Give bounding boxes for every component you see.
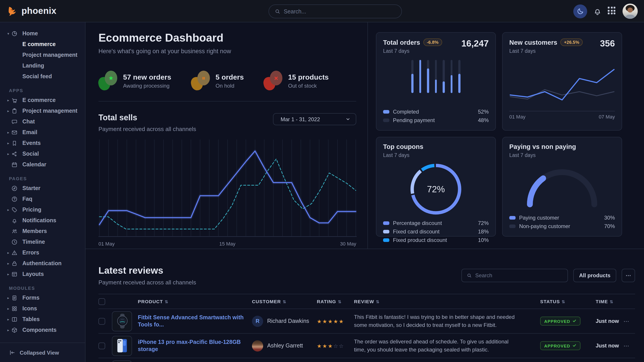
sidebar-item-errors[interactable]: ▸Errors [0, 247, 85, 258]
caret-icon: ▸ [5, 141, 11, 145]
column-header-review[interactable]: REVIEW⇅ [354, 299, 528, 304]
bar-track [427, 60, 429, 93]
caret-icon: ▸ [5, 109, 11, 113]
sidebar-item-project-management[interactable]: ▸Project management [0, 105, 85, 116]
reviews-subtitle: Payment received across all channels [98, 279, 196, 286]
sidebar-item-calendar[interactable]: Calendar [0, 159, 85, 170]
sidebar-item-members[interactable]: Members [0, 226, 85, 237]
column-header-time[interactable]: TIME⇅ [579, 299, 624, 304]
card-value: 356 [600, 38, 615, 49]
sidebar-item-home[interactable]: ▾Home [0, 28, 85, 39]
sidebar-item-tables[interactable]: ▸Tables [0, 314, 85, 325]
customers-axis-line [509, 111, 615, 111]
sidebar-item-starter[interactable]: Starter [0, 183, 85, 194]
card-title: Top coupons [383, 143, 423, 150]
sidebar-item-pricing[interactable]: ▸Pricing [0, 204, 85, 215]
select-all-checkbox[interactable] [98, 298, 105, 305]
sidebar-item-label: E commerce [22, 97, 56, 103]
notifications-button[interactable] [593, 7, 602, 16]
date-range-select[interactable]: Mar 1 - 31, 2022 [273, 113, 356, 125]
total-sells-chart: 01 May15 May30 May [98, 139, 356, 246]
apps-grid-button[interactable] [608, 7, 617, 16]
reviews-search[interactable] [462, 269, 568, 282]
sidebar-item-social[interactable]: ▸Social [0, 148, 85, 159]
tag-icon [11, 207, 19, 213]
sidebar-item-label: Notifications [22, 217, 56, 224]
theme-toggle-button[interactable] [573, 4, 587, 18]
product-link[interactable]: Fitbit Sense Advanced Smartwatch with To… [138, 314, 252, 329]
column-header-status[interactable]: STATUS⇅ [528, 299, 579, 304]
global-search[interactable] [268, 4, 402, 18]
collapse-view-button[interactable]: Collapsed View [0, 343, 85, 362]
sidebar-subitem-project-management[interactable]: Project management [0, 50, 85, 60]
moon-icon [577, 7, 584, 15]
bar-fill [435, 80, 437, 93]
sidebar-item-forms[interactable]: ▸Forms [0, 293, 85, 303]
legend-label: Paying customer [519, 214, 600, 221]
sidebar-item-authentication[interactable]: ▸Authentication [0, 258, 85, 269]
total-sells-title: Total sells [98, 113, 196, 122]
reviews-search-input[interactable] [475, 272, 562, 279]
column-header-product[interactable]: PRODUCT⇅ [138, 299, 252, 304]
column-header-rating[interactable]: RATING⇅ [317, 299, 354, 304]
sidebar-item-label: Starter [22, 185, 40, 191]
pie-chart-icon [11, 30, 19, 37]
page-title: Ecommerce Dashboard [98, 31, 356, 44]
card-title: Total orders [383, 39, 420, 46]
table-row: iPhone 13 pro max-Pacific Blue-128GB sto… [98, 334, 635, 358]
stat-sublabel: Awating processing [123, 82, 171, 89]
orders-bar-chart [412, 60, 460, 93]
sidebar-item-events[interactable]: ▸Events [0, 138, 85, 148]
sidebar-item-email[interactable]: ▸Email [0, 127, 85, 138]
sidebar-item-faq[interactable]: Faq [0, 194, 85, 204]
sidebar-item-label: Email [22, 129, 37, 135]
legend-item-percentage-discount: Percentage discount72% [383, 219, 489, 227]
bar-track [412, 60, 414, 93]
sidebar-item-e-commerce[interactable]: ▸E commerce [0, 95, 85, 105]
row-checkbox[interactable] [98, 318, 105, 325]
customer-name: Richard Dawkins [267, 318, 309, 324]
row-menu-button[interactable]: ⋯ [624, 342, 635, 349]
legend-item-fixed-card-discount: Fixed card discount18% [383, 227, 489, 236]
brand-logo[interactable]: phoenix [0, 5, 56, 16]
column-header-label: RATING [317, 299, 336, 304]
brand-name: phoenix [22, 6, 56, 16]
check-icon [572, 319, 576, 324]
sidebar-subitem-social-feed[interactable]: Social feed [0, 71, 85, 82]
dashboard-top-area: Ecommerce Dashboard Here's what's going … [86, 22, 644, 249]
stat-value: 5 orders [216, 73, 244, 81]
change-badge: +26.5% [560, 38, 583, 46]
sidebar-item-timeline[interactable]: Timeline [0, 237, 85, 247]
sidebar-item-chat[interactable]: Chat [0, 116, 85, 127]
column-header-label: PRODUCT [138, 299, 163, 304]
row-menu-button[interactable]: ⋯ [624, 318, 635, 325]
date-range-value: Mar 1 - 31, 2022 [280, 116, 346, 122]
sidebar-item-label: Layouts [22, 271, 44, 277]
product-link[interactable]: iPhone 13 pro max-Pacific Blue-128GB sto… [138, 339, 252, 353]
card-paying-vs-non-paying: Paying vs non paying Last 7 days Paying … [502, 137, 622, 237]
column-header-customer[interactable]: CUSTOMER⇅ [252, 299, 317, 304]
row-checkbox[interactable] [98, 342, 105, 349]
all-products-button[interactable]: All products [573, 269, 616, 282]
sidebar-item-icons[interactable]: ▸Icons [0, 303, 85, 314]
search-input[interactable] [284, 8, 396, 14]
sidebar-subitem-e-commerce[interactable]: E commerce [0, 39, 85, 50]
customer-avatar: R [252, 316, 263, 327]
sidebar-nav: ▾HomeE commerceProject managementLanding… [0, 22, 85, 335]
caret-icon: ▸ [5, 296, 11, 300]
sidebar-subitem-landing[interactable]: Landing [0, 60, 85, 71]
sidebar-section-label-modules: MODULES [9, 286, 85, 291]
card-top-coupons: Top coupons Last 7 days 72% Percentage d… [376, 137, 496, 237]
user-avatar[interactable] [622, 3, 638, 19]
x-icon [264, 71, 283, 91]
sidebar-item-label: Events [22, 140, 41, 146]
sidebar-item-label: Forms [22, 295, 40, 301]
sidebar-item-layouts[interactable]: ▸Layouts [0, 269, 85, 280]
check-icon [572, 344, 576, 348]
caret-icon: ▸ [5, 98, 11, 102]
more-options-button[interactable]: ⋯ [622, 269, 635, 282]
sidebar-item-components[interactable]: ▸Components [0, 325, 85, 335]
review-text: This Fitbit is fantastic! I was trying t… [354, 313, 528, 329]
sidebar-item-notifications[interactable]: Notifications [0, 215, 85, 226]
caret-icon: ▸ [5, 130, 11, 134]
